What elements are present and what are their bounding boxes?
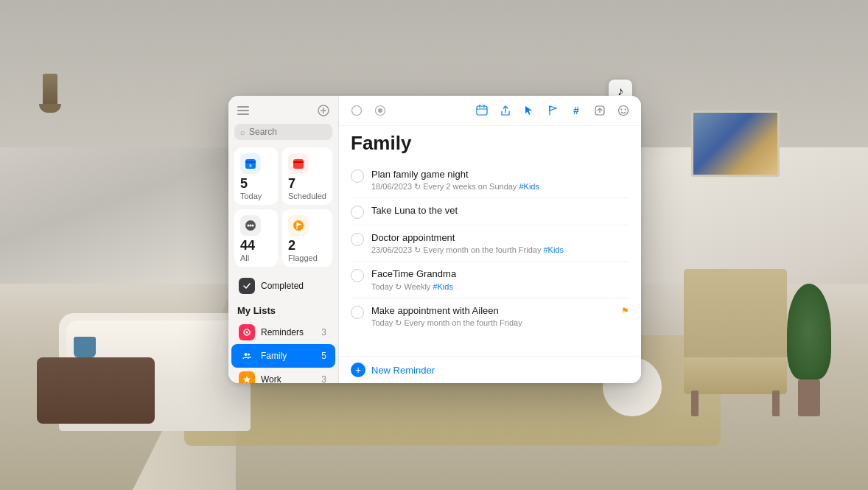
svg-point-40 xyxy=(625,109,626,111)
task-title: FaceTime Grandma xyxy=(371,267,629,281)
task-subtitle: 18/06/2023 ↻ Every 2 weeks on Sunday #Ki… xyxy=(371,182,629,192)
task-hashtag: #Kids xyxy=(543,245,564,254)
svg-point-20 xyxy=(248,354,250,356)
smiley-button[interactable] xyxy=(615,102,632,119)
all-label: All xyxy=(240,253,272,262)
task-body: Doctor appointment 23/06/2023 ↻ Every mo… xyxy=(371,231,629,255)
search-bar[interactable]: ⌕ xyxy=(234,124,332,140)
completed-item[interactable]: Completed xyxy=(231,274,335,298)
task-item: Doctor appointment 23/06/2023 ↻ Every mo… xyxy=(351,225,629,262)
circle-icon-2[interactable] xyxy=(371,102,389,119)
task-title: Doctor appointment xyxy=(371,231,629,245)
chair-leg-left xyxy=(691,391,699,416)
today-count: 5 xyxy=(240,177,272,190)
svg-point-30 xyxy=(352,106,362,116)
circle-icon-1[interactable] xyxy=(348,102,365,119)
svg-point-12 xyxy=(248,225,250,227)
svg-point-38 xyxy=(619,106,629,116)
add-button[interactable] xyxy=(316,103,331,118)
svg-rect-10 xyxy=(293,161,304,163)
share-button[interactable] xyxy=(497,102,514,119)
task-checkbox[interactable] xyxy=(351,306,364,319)
chair-back xyxy=(684,269,787,357)
task-date: 23/06/2023 xyxy=(371,245,412,254)
svg-rect-33 xyxy=(477,106,487,115)
svg-point-18 xyxy=(246,332,248,334)
smart-list-scheduled[interactable]: 7 Scheduled xyxy=(282,147,332,205)
task-item: Plan family game night 18/06/2023 ↻ Ever… xyxy=(351,162,629,198)
task-checkbox[interactable] xyxy=(351,233,364,246)
coffee-table xyxy=(37,357,155,424)
recurrence-icon: ↻ xyxy=(395,282,404,291)
family-list-count: 5 xyxy=(321,351,326,361)
task-recurrence: Every month on the fourth Friday xyxy=(404,318,522,327)
list-item-reminders[interactable]: Reminders 3 xyxy=(231,321,335,344)
task-date: Today xyxy=(371,318,393,327)
chair-right xyxy=(676,269,794,416)
work-list-count: 3 xyxy=(321,374,326,383)
task-item: Make appointment with Aileen Today ↻ Eve… xyxy=(351,298,629,334)
scheduled-count: 7 xyxy=(288,177,326,190)
smart-lists: 5 5 Today 7 Scheduled xyxy=(228,147,338,274)
task-recurrence: Weekly xyxy=(404,282,433,291)
task-subtitle: 23/06/2023 ↻ Every month on the fourth F… xyxy=(371,245,629,255)
flagged-count: 2 xyxy=(288,239,326,252)
chair-leg-right xyxy=(772,391,780,416)
calendar-view-button[interactable] xyxy=(473,102,491,119)
task-checkbox[interactable] xyxy=(351,206,364,219)
toolbar-right: # xyxy=(473,102,632,119)
list-item-work[interactable]: Work 3 xyxy=(231,368,335,383)
smart-list-all[interactable]: 44 All xyxy=(234,209,278,267)
task-title: Plan family game night xyxy=(371,168,629,181)
new-reminder-label[interactable]: New Reminder xyxy=(371,365,435,376)
sidebar-toolbar xyxy=(228,103,338,124)
list-title: Family xyxy=(339,126,641,162)
wall-light xyxy=(43,74,57,107)
task-item: Take Luna to the vet xyxy=(351,198,629,225)
task-item: FaceTime Grandma Today ↻ Weekly #Kids xyxy=(351,262,629,298)
all-count: 44 xyxy=(240,239,272,252)
svg-rect-0 xyxy=(237,106,249,108)
task-body: Make appointment with Aileen Today ↻ Eve… xyxy=(371,304,614,328)
svg-point-13 xyxy=(250,225,252,227)
task-flag-icon: ⚑ xyxy=(621,306,629,316)
flagged-label: Flagged xyxy=(288,253,326,262)
hashtag-button[interactable]: # xyxy=(567,102,585,119)
task-body: Plan family game night 18/06/2023 ↻ Ever… xyxy=(371,168,629,192)
reminders-list-count: 3 xyxy=(321,327,326,337)
tasks-list: Plan family game night 18/06/2023 ↻ Ever… xyxy=(339,162,641,356)
new-reminder-add-button[interactable]: + xyxy=(351,363,365,377)
upload-button[interactable] xyxy=(591,102,609,119)
reminders-app: ⌕ 5 5 Today xyxy=(228,96,641,383)
search-icon: ⌕ xyxy=(240,127,245,136)
smart-list-flagged[interactable]: 2 Flagged xyxy=(282,209,332,267)
svg-rect-1 xyxy=(237,110,249,111)
task-checkbox[interactable] xyxy=(351,269,364,282)
main-toolbar: # xyxy=(339,96,641,126)
work-list-name: Work xyxy=(261,374,315,383)
svg-rect-7 xyxy=(245,161,256,163)
task-date: Today xyxy=(371,282,393,291)
cursor-button[interactable] xyxy=(520,102,538,119)
task-title: Make appointment with Aileen xyxy=(371,304,614,318)
toolbar-left xyxy=(348,102,389,119)
task-recurrence: Every month on the fourth Friday xyxy=(423,245,543,254)
new-reminder-bar: + New Reminder xyxy=(339,356,641,383)
svg-point-39 xyxy=(621,109,623,111)
recurrence-icon: ↻ xyxy=(414,245,423,254)
task-checkbox[interactable] xyxy=(351,169,364,183)
sidebar-toggle-button[interactable] xyxy=(236,103,251,118)
task-subtitle: Today ↻ Every month on the fourth Friday xyxy=(371,318,614,328)
smart-list-today[interactable]: 5 5 Today xyxy=(234,147,278,205)
search-input[interactable] xyxy=(249,127,326,137)
flag-button[interactable] xyxy=(544,102,561,119)
task-hashtag: #Kids xyxy=(433,282,453,291)
task-title: Take Luna to the vet xyxy=(371,204,629,217)
svg-rect-2 xyxy=(237,113,249,115)
list-item-family[interactable]: Family 5 xyxy=(231,344,335,368)
family-list-name: Family xyxy=(261,351,315,361)
recurrence-icon: ↻ xyxy=(414,182,423,191)
svg-point-32 xyxy=(378,108,382,113)
svg-marker-21 xyxy=(243,376,251,383)
task-recurrence: Every 2 weeks on Sunday xyxy=(423,182,519,191)
